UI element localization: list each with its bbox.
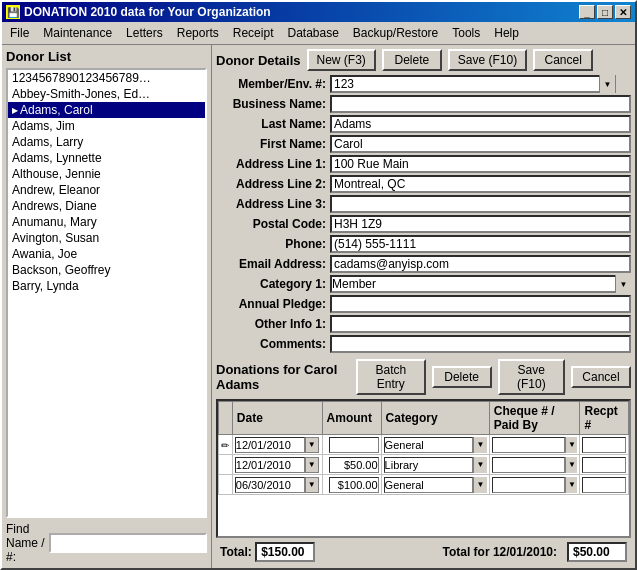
batch-entry-button[interactable]: Batch Entry [356, 359, 426, 395]
total-for-value: $50.00 [567, 542, 627, 562]
save-donation-button[interactable]: Save (F10) [498, 359, 565, 395]
donation-cheque-cell: ▼ [489, 455, 580, 475]
date-dropdown-arrow[interactable]: ▼ [305, 437, 319, 453]
delete-donation-button[interactable]: Delete [432, 366, 492, 388]
col-cheque: Cheque # / Paid By [489, 402, 580, 435]
category-select[interactable]: GeneralLibrary [384, 457, 473, 473]
menu-tools[interactable]: Tools [446, 24, 486, 42]
donation-category-cell: GeneralLibrary▼ [381, 475, 489, 495]
amount-input[interactable] [329, 437, 379, 453]
donor-list-item[interactable]: Backson, Geoffrey [8, 262, 205, 278]
business-name-field [330, 95, 631, 113]
minimize-button[interactable]: _ [579, 5, 595, 19]
maximize-button[interactable]: □ [597, 5, 613, 19]
donor-list-item[interactable]: Althouse, Jennie [8, 166, 205, 182]
donor-list-item[interactable]: ▶Adams, Carol [8, 102, 205, 118]
date-input[interactable] [235, 477, 305, 493]
row-icon-cell [219, 475, 233, 495]
new-button[interactable]: New (F3) [307, 49, 376, 71]
email-input[interactable] [330, 255, 631, 273]
category-dropdown-arrow[interactable]: ▼ [473, 437, 487, 453]
business-name-input[interactable] [330, 95, 631, 113]
donor-list-item[interactable]: 1234567890123456789… [8, 70, 205, 86]
cheque-dropdown-arrow[interactable]: ▼ [565, 437, 577, 453]
col-icon [219, 402, 233, 435]
donor-list[interactable]: 1234567890123456789…Abbey-Smith-Jones, E… [6, 68, 207, 518]
title-bar: 💾 DONATION 2010 data for Your Organizati… [2, 2, 635, 22]
annual-pledge-input[interactable] [330, 295, 631, 313]
donor-list-item[interactable]: Anumanu, Mary [8, 214, 205, 230]
date-input[interactable] [235, 437, 305, 453]
donor-list-item[interactable]: Andrew, Eleanor [8, 182, 205, 198]
cheque-input[interactable] [492, 437, 566, 453]
category-dropdown-arrow[interactable]: ▼ [473, 457, 487, 473]
donor-list-item[interactable]: Awania, Joe [8, 246, 205, 262]
category-select[interactable]: GeneralLibrary [384, 437, 473, 453]
donor-name: Adams, Jim [12, 119, 75, 133]
cheque-input[interactable] [492, 457, 566, 473]
address3-field [330, 195, 631, 213]
comments-input[interactable] [330, 335, 631, 353]
address1-field [330, 155, 631, 173]
donor-list-item[interactable]: Adams, Larry [8, 134, 205, 150]
recpt-input[interactable] [582, 477, 626, 493]
recpt-input[interactable] [582, 437, 626, 453]
address3-input[interactable] [330, 195, 631, 213]
email-label: Email Address: [216, 255, 326, 273]
selected-icon: ▶ [12, 106, 18, 115]
phone-input[interactable] [330, 235, 631, 253]
find-input[interactable] [49, 533, 207, 553]
cheque-dropdown-arrow[interactable]: ▼ [565, 457, 577, 473]
category-dropdown-arrow[interactable]: ▼ [473, 477, 487, 493]
col-recpt: Recpt # [580, 402, 629, 435]
category1-select[interactable]: Member Non-Member [330, 275, 631, 293]
amount-input[interactable] [329, 477, 379, 493]
donor-list-title: Donor List [6, 49, 207, 64]
save-donor-button[interactable]: Save (F10) [448, 49, 527, 71]
comments-label: Comments: [216, 335, 326, 353]
donor-list-item[interactable]: Adams, Lynnette [8, 150, 205, 166]
menu-receipt[interactable]: Receipt [227, 24, 280, 42]
donor-name: Adams, Lynnette [12, 151, 102, 165]
member-env-input[interactable] [330, 75, 615, 93]
donor-list-item[interactable]: Barry, Lynda [8, 278, 205, 294]
postal-input[interactable] [330, 215, 631, 233]
email-field [330, 255, 631, 273]
donor-list-item[interactable]: Adams, Jim [8, 118, 205, 134]
donor-name: Adams, Carol [20, 103, 93, 117]
donor-list-item[interactable]: Avington, Susan [8, 230, 205, 246]
address2-input[interactable] [330, 175, 631, 193]
cheque-dropdown-arrow[interactable]: ▼ [565, 477, 577, 493]
form-scrollbar [615, 75, 631, 93]
date-input[interactable] [235, 457, 305, 473]
other-info1-input[interactable] [330, 315, 631, 333]
address1-input[interactable] [330, 155, 631, 173]
menu-database[interactable]: Database [281, 24, 344, 42]
table-row: ▼GeneralLibrary▼▼ [219, 455, 629, 475]
menu-file[interactable]: File [4, 24, 35, 42]
amount-input[interactable] [329, 457, 379, 473]
menu-maintenance[interactable]: Maintenance [37, 24, 118, 42]
donor-name: Adams, Larry [12, 135, 83, 149]
close-button[interactable]: ✕ [615, 5, 631, 19]
first-name-input[interactable] [330, 135, 631, 153]
main-content: Donor List 1234567890123456789…Abbey-Smi… [2, 45, 635, 568]
cancel-donation-button[interactable]: Cancel [571, 366, 631, 388]
cheque-input[interactable] [492, 477, 566, 493]
last-name-input[interactable] [330, 115, 631, 133]
menu-letters[interactable]: Letters [120, 24, 169, 42]
date-dropdown-arrow[interactable]: ▼ [305, 457, 319, 473]
donations-table-container: Date Amount Category Cheque # / Paid By … [216, 399, 631, 538]
menu-help[interactable]: Help [488, 24, 525, 42]
delete-donor-button[interactable]: Delete [382, 49, 442, 71]
date-dropdown-arrow[interactable]: ▼ [305, 477, 319, 493]
category-select[interactable]: GeneralLibrary [384, 477, 473, 493]
recpt-input[interactable] [582, 457, 626, 473]
menu-backup-restore[interactable]: Backup/Restore [347, 24, 444, 42]
donor-list-item[interactable]: Andrews, Diane [8, 198, 205, 214]
donor-name: Avington, Susan [12, 231, 99, 245]
menu-reports[interactable]: Reports [171, 24, 225, 42]
donation-category-cell: GeneralLibrary▼ [381, 435, 489, 455]
cancel-donor-button[interactable]: Cancel [533, 49, 593, 71]
donor-list-item[interactable]: Abbey-Smith-Jones, Ed… [8, 86, 205, 102]
